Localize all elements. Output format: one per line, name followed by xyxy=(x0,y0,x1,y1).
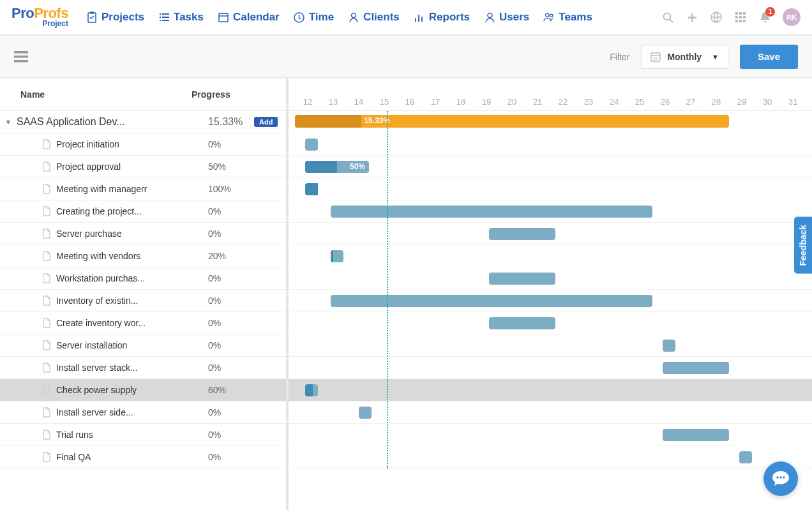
logo[interactable]: ProProfs Project xyxy=(11,6,68,28)
task-bar[interactable] xyxy=(331,206,652,218)
nav-label: Reports xyxy=(429,11,470,24)
svg-rect-15 xyxy=(735,20,738,22)
task-bar[interactable] xyxy=(663,429,729,441)
task-name: Inventory of existin... xyxy=(56,296,138,306)
dropdown-value: Monthly xyxy=(667,52,702,62)
svg-rect-11 xyxy=(743,12,746,15)
svg-rect-14 xyxy=(743,16,746,19)
task-bar[interactable] xyxy=(663,340,675,352)
task-bar[interactable] xyxy=(331,295,652,307)
day-header: 25 xyxy=(627,97,652,107)
task-bar[interactable] xyxy=(489,228,555,240)
task-name: Meeting with managerr xyxy=(56,184,147,194)
task-progress: 0% xyxy=(208,430,254,440)
notification-badge: 1 xyxy=(765,7,775,17)
day-header: 15 xyxy=(372,97,397,107)
nav-calendar[interactable]: Calendar xyxy=(211,7,286,27)
main-nav: Projects Tasks Calendar Time Clients Rep… xyxy=(80,7,599,27)
gantt-row xyxy=(289,334,812,357)
main-content: Name Progress ▼SAAS Application Dev...15… xyxy=(0,78,812,510)
project-bar[interactable]: 15.33% xyxy=(295,115,729,128)
bell-icon[interactable]: 1 xyxy=(758,11,771,24)
task-name: Workstation purchas... xyxy=(56,273,145,283)
team-icon xyxy=(543,11,555,23)
nav-clients[interactable]: Clients xyxy=(342,7,406,27)
task-progress: 0% xyxy=(208,139,254,149)
task-row[interactable]: Inventory of existin...0% xyxy=(0,290,286,312)
feedback-tab[interactable]: Feedback xyxy=(794,217,812,274)
search-icon[interactable] xyxy=(661,11,674,24)
task-row[interactable]: Project initiation0% xyxy=(0,133,286,156)
task-row[interactable]: Project approval50% xyxy=(0,156,286,178)
task-bar[interactable] xyxy=(489,273,555,285)
file-icon xyxy=(42,273,51,283)
day-header: 14 xyxy=(346,97,372,107)
task-name: Meeting with vendors xyxy=(56,251,140,261)
app-header: ProProfs Project Projects Tasks Calendar… xyxy=(0,0,812,36)
task-row[interactable]: Creating the project...0% xyxy=(0,200,286,223)
task-row[interactable]: Meeting with managerr100% xyxy=(0,178,286,200)
column-progress[interactable]: Progress xyxy=(192,89,230,100)
gantt-row xyxy=(289,223,812,245)
task-name: Creating the project... xyxy=(56,206,142,216)
project-progress: 15.33% xyxy=(208,116,254,128)
project-row[interactable]: ▼SAAS Application Dev...15.33%Add xyxy=(0,111,286,133)
gantt-row xyxy=(289,312,812,334)
file-icon xyxy=(42,407,51,417)
task-bar[interactable] xyxy=(359,407,372,419)
gantt-row xyxy=(289,200,812,223)
svg-rect-1 xyxy=(219,13,228,22)
period-dropdown[interactable]: 31 Monthly ▼ xyxy=(641,45,728,69)
task-bar[interactable] xyxy=(305,384,318,396)
task-row[interactable]: Create inventory wor...0% xyxy=(0,312,286,334)
task-row[interactable]: Server purchase0% xyxy=(0,223,286,245)
grid-icon[interactable] xyxy=(734,11,747,24)
task-row[interactable]: Check power supply60% xyxy=(0,379,286,401)
task-row[interactable]: Meeting with vendors20% xyxy=(0,245,286,267)
nav-projects[interactable]: Projects xyxy=(80,7,151,27)
plus-icon[interactable] xyxy=(686,11,698,24)
task-row[interactable]: Install server stack...0% xyxy=(0,357,286,379)
gantt-panel: 1213141516171819202122232425262728293031… xyxy=(289,78,812,510)
file-icon xyxy=(42,385,51,395)
task-progress: 0% xyxy=(208,340,254,350)
task-row[interactable]: Install server side...0% xyxy=(0,401,286,424)
avatar[interactable]: RK xyxy=(783,8,801,26)
task-name: Final QA xyxy=(56,452,91,462)
task-bar[interactable] xyxy=(663,362,729,374)
column-name[interactable]: Name xyxy=(0,89,192,100)
task-row[interactable]: Server installation0% xyxy=(0,334,286,357)
nav-teams[interactable]: Teams xyxy=(537,7,599,27)
task-bar[interactable]: 50% xyxy=(305,161,369,173)
menu-icon[interactable] xyxy=(14,51,28,63)
gantt-row xyxy=(289,401,812,424)
nav-users[interactable]: Users xyxy=(477,7,536,27)
svg-rect-13 xyxy=(739,16,742,19)
chat-button[interactable] xyxy=(763,461,798,496)
nav-time[interactable]: Time xyxy=(287,7,340,27)
nav-tasks[interactable]: Tasks xyxy=(152,7,210,27)
task-row[interactable]: Final QA0% xyxy=(0,446,286,469)
task-bar[interactable] xyxy=(305,183,318,195)
task-bar[interactable] xyxy=(739,451,752,463)
chevron-down-icon: ▼ xyxy=(712,53,719,61)
task-bar[interactable] xyxy=(331,250,343,262)
globe-icon[interactable] xyxy=(710,11,723,24)
task-row[interactable]: Trial runs0% xyxy=(0,424,286,446)
add-button[interactable]: Add xyxy=(254,117,278,127)
bar-chart-icon xyxy=(414,11,425,23)
nav-reports[interactable]: Reports xyxy=(407,7,476,27)
day-header: 13 xyxy=(320,97,346,107)
task-bar[interactable] xyxy=(489,317,555,329)
user-icon xyxy=(484,11,495,23)
file-icon xyxy=(42,161,51,172)
svg-rect-18 xyxy=(14,51,28,54)
expand-icon[interactable]: ▼ xyxy=(0,118,17,126)
task-row[interactable]: Workstation purchas...0% xyxy=(0,267,286,290)
gantt-row xyxy=(289,357,812,379)
save-button[interactable]: Save xyxy=(740,45,798,69)
task-bar[interactable] xyxy=(305,139,318,151)
nav-label: Users xyxy=(499,11,529,24)
day-header: 30 xyxy=(755,97,780,107)
project-name: SAAS Application Dev... xyxy=(17,116,125,128)
